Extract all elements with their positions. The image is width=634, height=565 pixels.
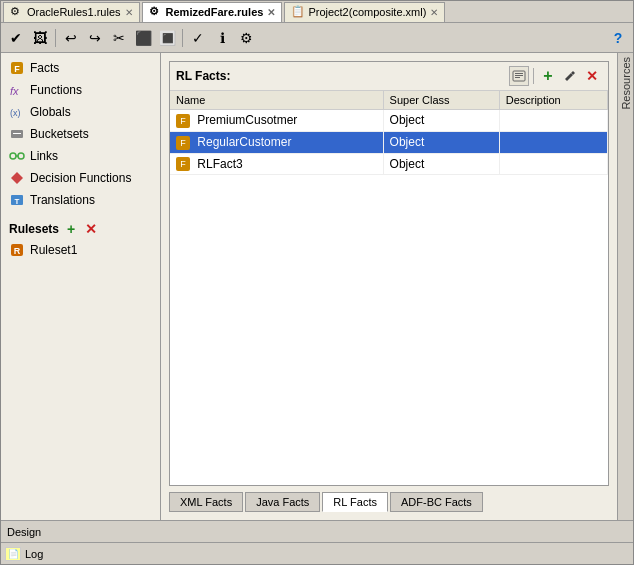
table-row[interactable]: F RLFact3 Object xyxy=(170,153,608,175)
sidebar-item-translations[interactable]: T Translations xyxy=(1,189,160,211)
toolbar-help-btn[interactable]: ? xyxy=(607,27,629,49)
row2-description xyxy=(499,153,607,175)
table-row[interactable]: F PremiumCusotmer Object xyxy=(170,110,608,132)
tab-label-project2: Project2(composite.xml) xyxy=(308,6,426,18)
tab-close-oraclerules[interactable]: ✕ xyxy=(125,7,133,18)
toolbar-undo-btn[interactable]: ↩ xyxy=(60,27,82,49)
row0-superclass: Object xyxy=(383,110,499,132)
svg-rect-16 xyxy=(515,75,523,76)
rl-facts-panel: RL Facts: + ✕ xyxy=(169,61,609,486)
resources-sidebar[interactable]: Resources xyxy=(617,53,633,520)
rl-facts-add-btn[interactable]: + xyxy=(538,66,558,86)
toolbar-image-btn[interactable]: 🖼 xyxy=(29,27,51,49)
tab-label-oraclerules: OracleRules1.rules xyxy=(27,6,121,18)
sidebar: F Facts fx Functions (x) Globals xyxy=(1,53,161,520)
rl-facts-delete-btn[interactable]: ✕ xyxy=(582,66,602,86)
translations-icon: T xyxy=(9,192,25,208)
fact-row-icon-1: F xyxy=(176,136,190,150)
sidebar-item-functions[interactable]: fx Functions xyxy=(1,79,160,101)
svg-text:fx: fx xyxy=(10,85,19,97)
toolbar-cut-btn[interactable]: ✂ xyxy=(108,27,130,49)
sidebar-ruleset1-label: Ruleset1 xyxy=(30,243,77,257)
tab-close-project2[interactable]: ✕ xyxy=(430,7,438,18)
svg-rect-5 xyxy=(13,133,21,134)
toolbar-sep2 xyxy=(182,29,183,47)
row1-description xyxy=(499,131,607,153)
functions-icon: fx xyxy=(9,82,25,98)
fact-row-icon-2: F xyxy=(176,157,190,171)
row2-superclass: Object xyxy=(383,153,499,175)
sidebar-links-label: Links xyxy=(30,149,58,163)
col-header-superclass: Super Class xyxy=(383,91,499,110)
table-row[interactable]: F RegularCustomer Object xyxy=(170,131,608,153)
content-area: RL Facts: + ✕ xyxy=(161,53,617,520)
sidebar-functions-label: Functions xyxy=(30,83,82,97)
sidebar-item-globals[interactable]: (x) Globals xyxy=(1,101,160,123)
row1-superclass: Object xyxy=(383,131,499,153)
svg-text:R: R xyxy=(14,246,21,256)
tab-xml-facts[interactable]: XML Facts xyxy=(169,492,243,512)
tab-icon-remizedfare: ⚙ xyxy=(149,5,163,19)
svg-text:T: T xyxy=(15,197,20,206)
tab-oraclerules[interactable]: ⚙ OracleRules1.rules ✕ xyxy=(3,2,140,22)
sidebar-trans-label: Translations xyxy=(30,193,95,207)
action-sep xyxy=(533,68,534,84)
status-bar: Design xyxy=(1,520,633,542)
rulesets-section: Rulesets + ✕ xyxy=(1,217,160,239)
tab-adf-bc-facts[interactable]: ADF-BC Facts xyxy=(390,492,483,512)
tab-bar: ⚙ OracleRules1.rules ✕ ⚙ RemizedFare.rul… xyxy=(1,1,633,23)
toolbar-check-btn[interactable]: ✔ xyxy=(5,27,27,49)
sidebar-item-ruleset1[interactable]: R Ruleset1 xyxy=(1,239,160,261)
fact-row-icon-0: F xyxy=(176,114,190,128)
log-bar[interactable]: 📄 Log xyxy=(1,542,633,564)
svg-point-6 xyxy=(10,153,16,159)
tab-rl-facts[interactable]: RL Facts xyxy=(322,492,388,512)
svg-text:F: F xyxy=(14,64,20,74)
col-header-name: Name xyxy=(170,91,383,110)
rl-facts-actions: + ✕ xyxy=(509,66,602,86)
sidebar-df-label: Decision Functions xyxy=(30,171,131,185)
toolbar-info-btn[interactable]: ℹ xyxy=(211,27,233,49)
rl-facts-title: RL Facts: xyxy=(176,69,230,83)
toolbar-paste-btn[interactable]: 🔳 xyxy=(156,27,178,49)
row0-description xyxy=(499,110,607,132)
cell-name-0: F PremiumCusotmer xyxy=(170,110,383,132)
sidebar-facts-label: Facts xyxy=(30,61,59,75)
svg-text:(x): (x) xyxy=(10,108,21,118)
col-header-description: Description xyxy=(499,91,607,110)
svg-rect-17 xyxy=(515,77,520,78)
svg-rect-15 xyxy=(515,73,523,74)
toolbar-redo-btn[interactable]: ↪ xyxy=(84,27,106,49)
tab-label-remizedfare: RemizedFare.rules xyxy=(166,6,264,18)
rl-facts-header: RL Facts: + ✕ xyxy=(170,62,608,91)
sidebar-item-facts[interactable]: F Facts xyxy=(1,57,160,79)
facts-icon: F xyxy=(9,60,25,76)
toolbar: ✔ 🖼 ↩ ↪ ✂ ⬛ 🔳 ✓ ℹ ⚙ ? xyxy=(1,23,633,53)
ruleset1-icon: R xyxy=(9,242,25,258)
bucketsets-icon xyxy=(9,126,25,142)
add-ruleset-btn[interactable]: + xyxy=(63,221,79,237)
toolbar-copy-btn[interactable]: ⬛ xyxy=(132,27,154,49)
sidebar-globals-label: Globals xyxy=(30,105,71,119)
tab-icon-oraclerules: ⚙ xyxy=(10,5,24,19)
rulesets-label: Rulesets xyxy=(9,222,59,236)
facts-table: Name Super Class Description F PremiumCu… xyxy=(170,91,608,485)
sidebar-item-links[interactable]: Links xyxy=(1,145,160,167)
tab-java-facts[interactable]: Java Facts xyxy=(245,492,320,512)
tab-project2[interactable]: 📋 Project2(composite.xml) ✕ xyxy=(284,2,445,22)
toolbar-validate-btn[interactable]: ✓ xyxy=(187,27,209,49)
sidebar-item-decision-functions[interactable]: Decision Functions xyxy=(1,167,160,189)
tab-close-remizedfare[interactable]: ✕ xyxy=(267,7,275,18)
rl-facts-browse-btn[interactable] xyxy=(509,66,529,86)
svg-point-7 xyxy=(18,153,24,159)
toolbar-settings-btn[interactable]: ⚙ xyxy=(235,27,257,49)
tab-remizedfare[interactable]: ⚙ RemizedFare.rules ✕ xyxy=(142,2,283,22)
decision-functions-icon xyxy=(9,170,25,186)
sidebar-bucketsets-label: Bucketsets xyxy=(30,127,89,141)
sidebar-item-bucketsets[interactable]: Bucketsets xyxy=(1,123,160,145)
links-icon xyxy=(9,148,25,164)
remove-ruleset-btn[interactable]: ✕ xyxy=(83,221,99,237)
rl-facts-edit-btn[interactable] xyxy=(560,66,580,86)
status-design-label: Design xyxy=(7,526,41,538)
log-icon: 📄 xyxy=(5,547,21,561)
